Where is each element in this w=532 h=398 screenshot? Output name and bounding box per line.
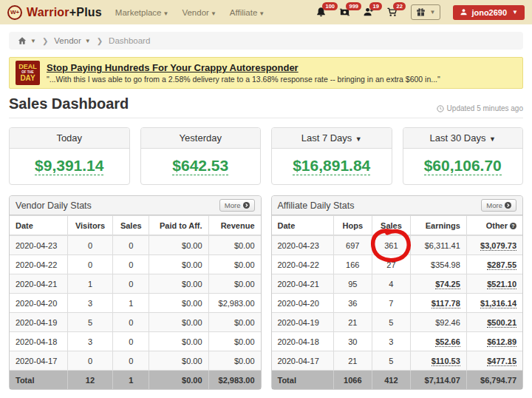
table-cell: $74.25: [411, 274, 467, 294]
nav-affiliate[interactable]: Affiliate▼: [230, 8, 265, 17]
tooltip-value[interactable]: $110.53: [432, 357, 460, 366]
notifications-bell-button[interactable]: 100: [316, 7, 327, 18]
affiliate-requests-button[interactable]: 19: [363, 7, 374, 18]
table-cell: 3: [67, 332, 112, 351]
chevron-down-icon: ▼: [211, 10, 216, 17]
affiliate-daily-stats-table: DateHopsSalesEarningsOther?2020-04-23697…: [272, 215, 523, 389]
brand-logo-link[interactable]: W+ Warrior+Plus: [7, 5, 102, 20]
vendor-more-button[interactable]: More: [219, 199, 255, 212]
breadcrumb-home[interactable]: ▼: [18, 36, 36, 45]
tooltip-value[interactable]: $1,316.14: [480, 299, 516, 308]
table-cell: 0: [113, 332, 149, 351]
table-cell: 2020-04-18: [10, 332, 67, 351]
top-navbar: W+ Warrior+Plus Marketplace▼ Vendor▼ Aff…: [0, 0, 532, 24]
user-menu-button[interactable]: jono2690 ▼: [453, 5, 525, 20]
affiliate-count-badge: 19: [369, 2, 381, 10]
table-row: 2020-04-2300$0.00$0.00: [10, 235, 261, 255]
column-header: Revenue: [208, 216, 260, 236]
stats-panels-row: Vendor Daily Stats More DateVisitorsSale…: [9, 195, 523, 390]
deal-badge-line: DAY: [20, 75, 35, 82]
tooltip-value[interactable]: $117.78: [432, 299, 460, 308]
table-cell: 2020-04-23: [272, 235, 334, 255]
tooltip-value[interactable]: $287.55: [487, 260, 516, 270]
sales-activity-button[interactable]: 999: [339, 7, 350, 18]
table-cell: 1: [67, 274, 112, 294]
column-header: Date: [10, 216, 67, 236]
breadcrumb-vendor[interactable]: Vendor▼: [54, 36, 90, 45]
table-cell: 0: [113, 351, 149, 371]
tooltip-value[interactable]: $74.25: [435, 280, 460, 289]
table-cell: $7,114.07: [411, 371, 467, 390]
table-cell: 3: [67, 294, 112, 313]
table-cell: $0.00: [208, 313, 260, 332]
tooltip-value[interactable]: $477.15: [487, 357, 516, 366]
table-cell: 697: [334, 235, 372, 255]
table-total-row: Total1066412$7,114.07$6,794.77: [272, 371, 523, 390]
affiliate-more-button[interactable]: More: [481, 199, 516, 212]
table-cell: $0.00: [149, 332, 208, 351]
table-cell: 21: [334, 351, 372, 371]
table-cell: $92.46: [411, 313, 467, 332]
table-cell: $354.98: [411, 255, 467, 274]
table-row: 2020-04-18303$52.66$612.89: [272, 332, 523, 351]
circle-arrow-icon: [243, 202, 250, 209]
tooltip-value[interactable]: $500.21: [487, 318, 516, 328]
table-cell: $0.00: [208, 255, 260, 274]
table-row: 2020-04-23697361$6,311.41$3,079.73: [272, 235, 523, 255]
table-header-row: DateVisitorsSalesPaid to Aff.Revenue: [10, 216, 261, 236]
tooltip-value[interactable]: $521.10: [487, 280, 516, 289]
table-cell: 95: [334, 274, 372, 294]
highlighted-sales-value: 361: [384, 241, 398, 250]
table-cell: $0.00: [149, 274, 208, 294]
brand-title-plus: +Plus: [69, 6, 102, 18]
table-cell: $2,983.00: [208, 371, 260, 390]
deal-of-the-day-badge[interactable]: DEAL OF THE DAY: [16, 61, 40, 85]
cart-count-badge: 22: [393, 2, 405, 10]
nav-vendor[interactable]: Vendor▼: [182, 8, 216, 17]
column-header: Sales: [372, 216, 411, 236]
table-cell: 5: [372, 351, 411, 371]
column-header: Other?: [466, 216, 522, 236]
help-icon[interactable]: ?: [510, 223, 516, 229]
stat-card-value[interactable]: $16,891.84: [293, 157, 370, 175]
stat-card-value[interactable]: $9,391.14: [35, 157, 103, 175]
notification-count-badge: 100: [322, 2, 338, 10]
stat-card-value[interactable]: $642.53: [172, 157, 228, 175]
table-cell: $117.78: [411, 294, 467, 313]
table-cell: 2020-04-22: [10, 255, 67, 274]
tooltip-value[interactable]: $612.89: [487, 337, 516, 347]
brand-title: Warrior+Plus: [27, 6, 102, 19]
tooltip-value[interactable]: $3,079.73: [480, 241, 516, 251]
table-cell: 0: [67, 235, 112, 255]
column-header: Earnings: [411, 216, 467, 236]
stat-card-value[interactable]: $60,106.70: [424, 157, 502, 175]
chevron-down-icon: ▼: [487, 135, 495, 143]
table-cell: 27: [372, 255, 411, 274]
cart-button[interactable]: 22: [386, 7, 398, 18]
table-cell: 1: [113, 371, 149, 390]
table-total-row: Total121$0.00$2,983.00: [10, 371, 261, 390]
stat-card-label[interactable]: Last 7 Days ▼: [272, 128, 392, 149]
stat-cards-row: Today$9,391.14Yesterday$642.53Last 7 Day…: [9, 127, 523, 185]
stat-card: Yesterday$642.53: [140, 127, 262, 185]
page-header: Sales Dashboard Updated 5 minutes ago: [9, 95, 523, 118]
table-cell: 12: [67, 371, 112, 390]
offers-menu-button[interactable]: ▼: [411, 4, 440, 20]
stat-card-body: $60,106.70: [403, 149, 523, 184]
table-cell: $6,794.77: [466, 371, 522, 390]
stat-card-label[interactable]: Last 30 Days ▼: [403, 128, 523, 149]
stat-card: Last 7 Days ▼$16,891.84: [271, 127, 392, 185]
nav-marketplace[interactable]: Marketplace▼: [115, 8, 169, 17]
table-cell: $0.00: [149, 371, 208, 390]
table-row: 2020-04-17215$110.53$477.15: [272, 351, 523, 371]
deal-title-link[interactable]: Stop Paying Hundreds For Your Crappy Aut…: [47, 62, 440, 73]
table-cell: 21: [334, 313, 372, 332]
table-cell: $477.15: [466, 351, 522, 371]
table-cell: $287.55: [466, 255, 522, 274]
stat-card-body: $16,891.84: [272, 149, 392, 184]
table-cell: $0.00: [208, 235, 260, 255]
tooltip-value[interactable]: $52.66: [435, 337, 460, 347]
table-row: 2020-04-19215$92.46$500.21: [272, 313, 523, 332]
table-cell: 412: [372, 371, 411, 390]
chevron-down-icon: ▼: [429, 9, 435, 16]
